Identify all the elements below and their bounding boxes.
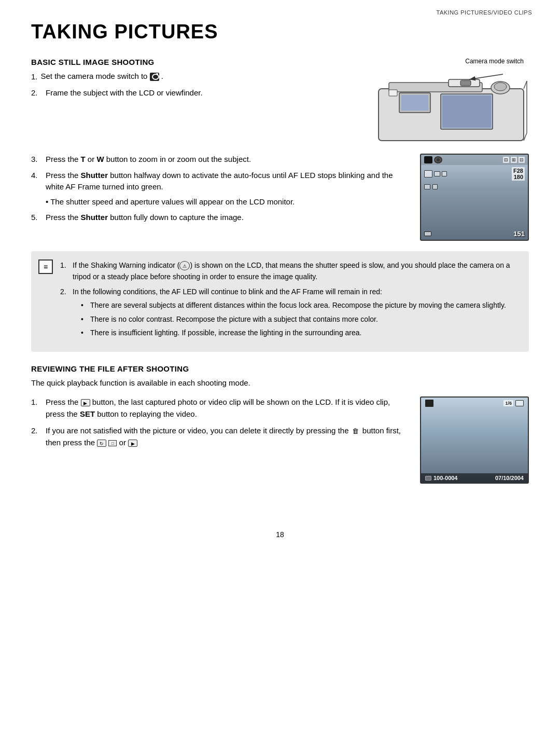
note-bullet-1: There are several subjects at different … <box>81 299 506 311</box>
lcd2-battery-icon <box>425 476 431 481</box>
lcd-middle-row: F28 180 <box>421 165 528 183</box>
note-bullet-2: There is no color contrast. Recompose th… <box>81 313 506 325</box>
lcd2-top: 1/6 <box>421 398 528 409</box>
lcd-screen-1: ⊟ ⊞ ⊟ F28 180 <box>420 154 529 241</box>
note-1-text: If the Shaking Warning indicator (⚠) is … <box>73 259 519 283</box>
lcd-icon-1: ⊟ <box>503 157 509 163</box>
lcd-battery <box>424 229 431 238</box>
lcd-shot-count: 151 <box>513 230 525 238</box>
step-5: 5. Press the Shutter button fully down t… <box>31 212 404 224</box>
review-top: 1. Press the ▶ button, the last captured… <box>31 396 529 484</box>
note-item-1: 1. If the Shaking Warning indicator (⚠) … <box>60 259 519 283</box>
step1-text: Set the camera mode switch to . <box>41 72 163 81</box>
step4-content: Press the Shutter button halfway down to… <box>46 170 404 208</box>
steps-3-5-list: 3. Press the T or W button to zoom in or… <box>31 154 404 224</box>
page-header: TAKING PICTURES/VIDEO CLIPS <box>0 0 560 16</box>
basic-shooting-left: BASIC STILL IMAGE SHOOTING 1. Set the ca… <box>31 58 358 103</box>
shaking-icon: ⚠ <box>179 261 190 270</box>
lcd2-left-info: 100-0004 <box>425 475 458 481</box>
lcd-top-bar: ⊟ ⊞ ⊟ <box>421 155 528 165</box>
lcd-mid-icon2 <box>434 171 440 176</box>
step-1: 1. Set the camera mode switch to . <box>31 72 358 81</box>
note-box: ≡ 1. If the Shaking Warning indicator (⚠… <box>31 251 529 352</box>
lcd2-thumb-icon <box>515 400 524 406</box>
step-3: 3. Press the T or W button to zoom in or… <box>31 154 404 166</box>
svg-rect-3 <box>460 80 471 86</box>
note-item-2: 2. In the following conditions, the AF L… <box>60 286 519 341</box>
steps-3-5: 3. Press the T or W button to zoom in or… <box>31 154 404 228</box>
camera-top-image-area: Camera mode switch <box>368 58 529 148</box>
middle-section: 3. Press the T or W button to zoom in or… <box>31 154 529 241</box>
section-title-review: REVIEWING THE FILE AFTER SHOOTING <box>31 364 529 373</box>
header-text: TAKING PICTURES/VIDEO CLIPS <box>437 9 532 16</box>
lcd-right-icons: ⊟ ⊞ ⊟ <box>503 157 525 163</box>
basic-shooting-section: BASIC STILL IMAGE SHOOTING 1. Set the ca… <box>31 58 529 148</box>
step-4: 4. Press the Shutter button halfway down… <box>31 170 404 208</box>
review-intro: The quick playback function is available… <box>31 378 529 387</box>
lcd-icon-3: ⊟ <box>519 157 525 163</box>
trash-button-icon: 🗑 <box>351 427 360 436</box>
lcd-bot-icon1 <box>424 184 430 189</box>
svg-line-10 <box>469 74 503 79</box>
lcd2-right-icons: 1/6 <box>503 400 524 406</box>
camera-mode-icon <box>150 73 159 81</box>
back-button-icon: ▶ <box>128 440 137 447</box>
review-steps: 1. Press the ▶ button, the last captured… <box>31 396 404 453</box>
svg-rect-12 <box>389 90 397 96</box>
review-step-2: 2. If you are not satisfied with the pic… <box>31 425 404 448</box>
note-list: 1. If the Shaking Warning indicator (⚠) … <box>60 259 519 340</box>
review-button-icon: ▶ <box>81 399 90 406</box>
lcd-screen-2: 1/6 100-0004 07/10/2004 <box>420 396 529 484</box>
lcd2-cam-icon <box>425 400 433 407</box>
lcd-bot-icon2 <box>432 184 438 189</box>
review-list: 1. Press the ▶ button, the last captured… <box>31 396 404 448</box>
svg-rect-7 <box>442 95 491 128</box>
page-title: TAKING PICTURES <box>31 21 529 43</box>
camera-top-diagram <box>373 68 529 148</box>
note-bullet-list: There are several subjects at different … <box>81 299 506 338</box>
lcd-f-value: F28 180 <box>512 167 525 181</box>
step4-bullet: • The shutter speed and aperture values … <box>46 196 404 208</box>
svg-rect-5 <box>401 95 428 111</box>
lcd-screen-area: ⊟ ⊞ ⊟ F28 180 <box>420 154 529 241</box>
lcd-mid-left <box>424 167 447 181</box>
review-lcd-area: 1/6 100-0004 07/10/2004 <box>420 396 529 484</box>
step1-num: 1. <box>31 72 38 81</box>
note-2-content: In the following conditions, the AF LED … <box>73 286 506 341</box>
step4-text: Press the Shutter button halfway down to… <box>46 170 404 193</box>
note-icon: ≡ <box>38 259 53 274</box>
lcd-camera-icon <box>424 156 432 163</box>
lcd-mid-icon1 <box>424 170 432 177</box>
step2-text: Frame the subject with the LCD or viewfi… <box>46 87 203 99</box>
lcd-left-icons <box>424 156 442 163</box>
rotate-icon: ↻ <box>97 440 106 447</box>
lcd-icon-2: ⊞ <box>511 157 517 163</box>
note-bullet-3: There is insufficient lighting. If possi… <box>81 327 506 338</box>
lcd2-date-bar: 100-0004 07/10/2004 <box>421 473 528 483</box>
camera-diagram-svg <box>373 68 529 148</box>
svg-line-13 <box>524 81 527 89</box>
review-section: REVIEWING THE FILE AFTER SHOOTING The qu… <box>31 364 529 484</box>
square-icon: □ <box>108 440 117 446</box>
svg-point-9 <box>494 83 507 91</box>
battery-icon <box>424 231 431 236</box>
step3-text: Press the T or W button to zoom in or zo… <box>46 154 251 166</box>
review-step-1: 1. Press the ▶ button, the last captured… <box>31 396 404 420</box>
lcd2-num-icon: 1/6 <box>503 400 513 406</box>
page-number: 18 <box>0 530 560 539</box>
section-title-basic: BASIC STILL IMAGE SHOOTING <box>31 58 358 66</box>
review-step1-text: Press the ▶ button, the last captured ph… <box>46 396 404 420</box>
note-2-intro: In the following conditions, the AF LED … <box>73 286 506 297</box>
step5-text: Press the Shutter button fully down to c… <box>46 212 244 224</box>
page-content: TAKING PICTURES BASIC STILL IMAGE SHOOTI… <box>0 16 560 515</box>
lcd-mid-icon3 <box>442 171 447 176</box>
steps-list: 2. Frame the subject with the LCD or vie… <box>31 87 358 99</box>
step-2: 2. Frame the subject with the LCD or vie… <box>31 87 358 99</box>
or-text: or <box>119 438 126 447</box>
camera-mode-label: Camera mode switch <box>465 58 529 65</box>
lcd-circle-icon <box>434 156 442 163</box>
lcd2-file-num: 100-0004 <box>433 475 458 481</box>
lcd-bottom-icons <box>421 183 528 191</box>
review-step2-text: If you are not satisfied with the pictur… <box>46 425 404 448</box>
lcd2-date: 07/10/2004 <box>495 475 524 481</box>
